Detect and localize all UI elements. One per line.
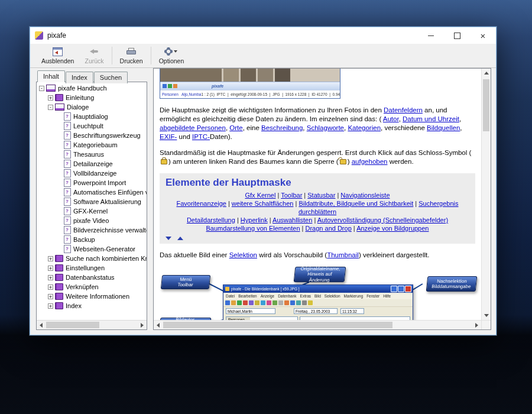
content-link[interactable]: Bildquellen [427,124,460,131]
tab-inhalt[interactable]: Inhalt [37,70,65,82]
tree-item[interactable]: +Einleitung [37,93,147,102]
content-link[interactable]: Kategorien [348,124,381,131]
hide-button[interactable]: Ausblenden [36,44,79,67]
tree-item[interactable]: Automatisches Einfügen von Bildern [37,187,147,197]
scroll-right-button[interactable] [138,321,147,329]
section-link[interactable]: Gfx Kernel [245,192,275,199]
scroll-left-button[interactable] [154,321,163,329]
tab-index[interactable]: Index [66,72,93,83]
tree-item[interactable]: Leuchtpult [37,121,147,131]
section-link[interactable]: Anzeige von Bildgruppen [356,225,429,232]
content-link[interactable]: Autor [383,115,399,122]
section-link-index: Gfx Kernel | Toolbar | Statusbar | Navig… [166,191,469,232]
section-link[interactable]: Baumdarstellung von Elementen [206,225,300,232]
tree-item[interactable]: Kategoriebaum [37,140,147,150]
minimize-button[interactable] [418,27,444,44]
collapse-arrow-icon[interactable] [166,237,171,240]
tab-suchen[interactable]: Suchen [94,72,128,83]
back-button[interactable]: Zurück [79,44,109,67]
content-horizontal-scrollbar[interactable] [154,320,481,329]
options-button[interactable]: Optionen [154,44,190,67]
tree-item[interactable]: -Dialoge [37,102,147,112]
content-link[interactable]: aufgehoben [352,158,388,165]
scroll-left-button[interactable] [37,321,46,329]
tree-item[interactable]: Bildverzeichnisse verwalten [37,225,147,235]
tree-item[interactable]: Software Aktualisierung [37,197,147,206]
tree-item[interactable]: Hauptdialog [37,112,147,121]
preview-photo-strip [160,69,340,82]
section-link[interactable]: Autovervollständigung (Schnelleingabefel… [317,216,448,224]
scrollbar-thumb[interactable] [483,79,489,131]
section-link[interactable]: Detaildarstellung [187,216,235,224]
tree-horizontal-scrollbar[interactable] [37,320,147,329]
tree-item[interactable]: +Suche nach kombinierten Kriterien [37,254,147,263]
scroll-up-button[interactable] [482,69,491,77]
plus-toggle-icon[interactable]: + [48,95,53,101]
section-link[interactable]: Hyperlink [241,216,268,224]
section-link[interactable]: weitere Schaltflächen [232,200,294,207]
content-link[interactable]: Datenfeldern [384,106,423,114]
section-link[interactable]: Toolbar [281,192,302,199]
section-link[interactable]: Bildattribute, Bildquelle und Sichtbarke… [299,200,413,207]
tree-item[interactable]: Thesaurus [37,150,147,159]
tree-item[interactable]: Beschriftungswerkzeug [37,131,147,140]
tree-item[interactable]: +Index [37,301,147,310]
scroll-down-button[interactable] [482,311,491,320]
minimize-icon [428,35,434,36]
mini-title-bar: pixafe - Die Bilderdatenbank [ x59.JPG ] [223,285,413,293]
content-link[interactable]: Thumbnail [327,251,359,258]
expand-arrow-icon[interactable] [177,237,183,240]
mini-location-panel: Asien,Indien,Puschka [300,316,410,320]
tree-item-label: Weitere Informationen [66,293,129,300]
content-link[interactable]: Datum und Uhrzeit [403,115,459,122]
content-link[interactable]: Schlagworte [307,124,344,131]
tree-item[interactable]: GFX-Kernel [37,206,147,216]
topic-content: pixafe Personen Aljo,Numba 1 : 2 (1) IPT… [154,69,481,320]
tree-item[interactable]: +Verknüpfen [37,282,147,292]
content-link[interactable]: IPTC- [192,133,210,140]
tree-item[interactable]: pixafe Video [37,216,147,225]
scrollbar-thumb[interactable] [163,322,392,328]
section-link[interactable]: Statusbar [307,192,335,199]
minus-toggle-icon[interactable]: - [48,105,53,110]
content-link[interactable]: Beschreibung [261,124,303,131]
mini-date-field: Freitag , 23.05.2003 [294,308,338,314]
maximize-button[interactable] [444,27,470,44]
plus-toggle-icon[interactable]: + [48,294,53,299]
section-link[interactable]: Navigationsleiste [340,192,390,199]
mini-toolbar-icon [225,300,230,305]
tree-item-label: Bildverzeichnisse verwalten [73,227,147,234]
tree-item[interactable]: Powerpoint Import [37,178,147,187]
minus-toggle-icon[interactable]: - [39,86,44,91]
tree-item[interactable]: Webseiten-Generator [37,244,147,254]
plus-toggle-icon[interactable]: + [48,275,53,280]
tree-item[interactable]: Detailanzeige [37,159,147,169]
scrollbar-thumb[interactable] [46,322,99,328]
tree-item[interactable]: +Einstellungen [37,263,147,273]
print-button[interactable]: Drucken [115,44,148,67]
scroll-right-button[interactable] [472,321,481,329]
content-vertical-scrollbar[interactable] [481,69,491,320]
content-link[interactable]: abgebildete Personen [160,124,226,131]
content-link[interactable]: Orte [229,124,242,131]
plus-toggle-icon[interactable]: + [48,284,53,290]
section-link[interactable]: Favoritenanzeige [176,200,226,207]
close-button[interactable]: × [470,27,496,44]
tree-item[interactable]: Vollbildanzeige [37,169,147,178]
tree-item[interactable]: +Weitere Informationen [37,292,147,301]
section-link[interactable]: Auswahllisten [273,216,312,224]
book-closed-icon [55,255,63,262]
content-link[interactable]: Selektion [229,251,257,258]
link-row: Detaildarstellung | Hyperlink | Auswahll… [166,216,469,224]
tree-item[interactable]: -pixafe Handbuch [37,83,147,93]
content-link[interactable]: EXIF- [160,133,177,140]
section-link[interactable]: Dragn and Drop [306,225,352,232]
help-window: pixafe × Ausblenden Zurück [30,27,497,335]
close-icon: × [481,31,486,40]
tree-item[interactable]: Backup [37,235,147,244]
mini-menu-item: Hilfe [383,293,391,299]
tree-item[interactable]: +Datenbankstatus [37,273,147,282]
plus-toggle-icon[interactable]: + [48,256,53,261]
plus-toggle-icon[interactable]: + [48,266,53,271]
plus-toggle-icon[interactable]: + [48,303,53,309]
